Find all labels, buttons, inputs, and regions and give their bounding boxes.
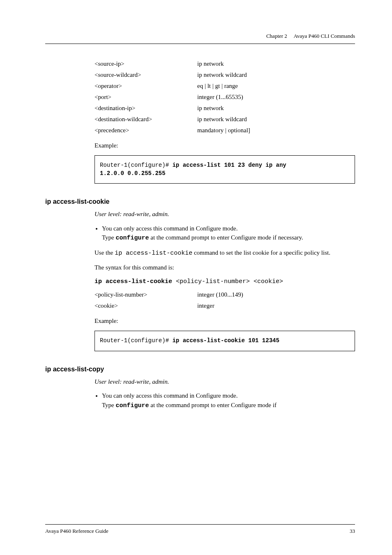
param-name: <destination-wildcard> xyxy=(95,116,197,123)
user-level: User level: read-write, admin. xyxy=(95,210,355,219)
table-row: <destination-ip> ip network xyxy=(95,105,355,112)
list-item: You can only access this command in Conf… xyxy=(102,391,355,410)
table-row: <destination-wildcard> ip network wildca… xyxy=(95,116,355,123)
param-desc: ip network xyxy=(197,60,355,67)
table-row: <source-wildcard> ip network wildcard xyxy=(95,71,355,78)
page-footer: Avaya P460 Reference Guide 33 xyxy=(45,524,355,534)
description: Use the ip access-list-cookie command to… xyxy=(95,248,355,258)
table-row: <source-ip> ip network xyxy=(95,60,355,67)
code-prefix: Router-1(configure)# xyxy=(100,337,172,344)
parameter-table-1: <source-ip> ip network <source-wildcard>… xyxy=(95,60,355,134)
syntax-label: The syntax for this command is: xyxy=(95,263,355,272)
param-name: <cookie> xyxy=(95,302,197,309)
param-desc: integer (100...149) xyxy=(197,291,355,298)
param-desc: ip network wildcard xyxy=(197,116,355,123)
param-desc: mandatory | optional] xyxy=(197,127,355,134)
desc-code: ip access-list-cookie xyxy=(115,250,192,257)
bullet-post: at the command prompt to enter Configure… xyxy=(149,402,277,408)
syntax-line: ip access-list-cookie <policy-list-numbe… xyxy=(95,277,355,287)
table-row: <policy-list-number> integer (100...149) xyxy=(95,291,355,298)
param-name: <destination-ip> xyxy=(95,105,197,112)
table-row: <precedence> mandatory | optional] xyxy=(95,127,355,134)
desc-post: command to set the list cookie for a spe… xyxy=(192,249,330,256)
footer-page-number: 33 xyxy=(350,528,355,534)
syntax-rest: <policy-list-number> <cookie> xyxy=(172,278,283,285)
param-name: <port> xyxy=(95,94,197,101)
bullet-list-1: You can only access this command in Conf… xyxy=(95,224,355,243)
section-heading-copy: ip access-list-copy xyxy=(45,366,355,373)
param-desc: integer (1...65535) xyxy=(197,94,355,101)
param-name: <source-wildcard> xyxy=(95,71,197,78)
syntax-bold: ip access-list-cookie xyxy=(95,278,172,285)
param-name: <policy-list-number> xyxy=(95,291,197,298)
page-header: Chapter 2 Avaya P460 CLI Commands xyxy=(45,33,355,39)
code-example-2: Router-1(configure)# ip access-list-cook… xyxy=(95,331,355,351)
param-desc: ip network xyxy=(197,105,355,112)
table-row: <cookie> integer xyxy=(95,302,355,309)
code-example-1: Router-1(configure)# ip access-list 101 … xyxy=(95,155,355,184)
footer-left: Avaya P460 Reference Guide xyxy=(45,528,108,534)
bullet-type: Type xyxy=(102,402,116,408)
bullet-text: You can only access this command in Conf… xyxy=(102,225,238,232)
example-label: Example: xyxy=(95,142,355,149)
user-level-2: User level: read-write, admin. xyxy=(95,377,355,387)
desc-pre: Use the xyxy=(95,249,115,256)
param-name: <source-ip> xyxy=(95,60,197,67)
code-bold: ip access-list 101 23 deny ip any xyxy=(172,162,286,168)
chapter-label: Chapter 2 xyxy=(266,33,287,39)
bullet-cmd: configure xyxy=(116,402,149,409)
code-line2: 1.2.0.0 0.0.255.255 xyxy=(100,170,166,177)
section-heading-cookie: ip access-list-cookie xyxy=(45,198,355,205)
param-name: <precedence> xyxy=(95,127,197,134)
bullet-cmd: configure xyxy=(116,235,149,242)
param-desc: eq | lt | gt | range xyxy=(197,83,355,90)
bullet-post: at the command prompt to enter Configure… xyxy=(149,234,303,241)
param-desc: integer xyxy=(197,302,355,309)
table-row: <port> integer (1...65535) xyxy=(95,94,355,101)
bullet-list-2: You can only access this command in Conf… xyxy=(95,391,355,410)
list-item: You can only access this command in Conf… xyxy=(102,224,355,243)
bullet-text: You can only access this command in Conf… xyxy=(102,392,238,399)
table-row: <operator> eq | lt | gt | range xyxy=(95,83,355,90)
chapter-title: Avaya P460 CLI Commands xyxy=(293,33,355,39)
param-desc: ip network wildcard xyxy=(197,71,355,78)
code-prefix: Router-1(configure)# xyxy=(100,162,172,168)
bullet-type: Type xyxy=(102,234,116,241)
header-divider xyxy=(45,44,355,44)
param-name: <operator> xyxy=(95,83,197,90)
parameter-table-2: <policy-list-number> integer (100...149)… xyxy=(95,291,355,309)
example-label-2: Example: xyxy=(95,318,355,325)
code-bold: ip access-list-cookie 101 12345 xyxy=(172,337,279,344)
